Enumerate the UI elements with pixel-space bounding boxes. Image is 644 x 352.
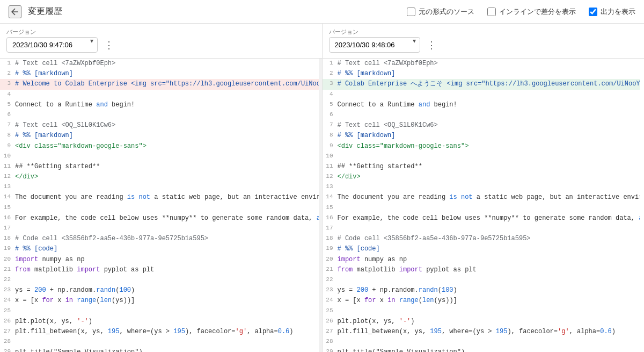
line-content [15, 152, 319, 162]
line-number: 21 [0, 265, 15, 275]
right-panel-header: バージョン 2023/10/30 9:48:06 ▾ ⋮ [323, 24, 645, 59]
line-number: 5 [323, 100, 338, 110]
line-content: Connect to a Runtime and begin! [338, 100, 640, 110]
line-number: 22 [323, 275, 338, 285]
line-number: 3 [0, 79, 15, 89]
line-content [338, 275, 640, 285]
code-line: 3# Welcome to Colab Enterprise <img src=… [0, 79, 319, 89]
line-content: # %% [markdown] [15, 131, 319, 141]
code-line: 20import numpy as np [323, 255, 640, 265]
line-number: 11 [323, 162, 338, 171]
line-number: 16 [323, 213, 338, 223]
line-number: 25 [0, 306, 15, 316]
code-line: 1# Text cell <7aZWXpbf0Eph> [0, 59, 319, 69]
line-number: 2 [323, 69, 338, 78]
line-number: 4 [323, 90, 338, 99]
code-line: 18# Code cell <35856bf2-aa5e-436b-977a-9… [0, 234, 319, 244]
line-content [15, 306, 319, 317]
line-number: 27 [0, 327, 15, 336]
line-number: 3 [323, 79, 338, 89]
left-version-label: バージョン [6, 28, 316, 36]
code-line: 14The document you are reading is not a … [323, 192, 640, 203]
code-line: 7# Text cell <OQ_SlL0K1Cw6> [0, 120, 319, 131]
line-number: 6 [0, 110, 15, 120]
source-checkbox-label[interactable]: 元の形式のソース [407, 7, 474, 17]
code-line: 16For example, the code cell below uses … [323, 213, 640, 224]
source-label: 元の形式のソース [419, 7, 474, 17]
code-line: 9<div class="markdown-google-sans"> [323, 141, 640, 152]
line-number: 13 [323, 182, 338, 192]
line-number: 6 [323, 110, 338, 120]
line-content: <div class="markdown-google-sans"> [338, 141, 640, 152]
right-version-select[interactable]: 2023/10/30 9:48:06 [329, 37, 420, 53]
line-content: # %% [code] [15, 244, 319, 254]
line-content: # %% [markdown] [15, 69, 319, 79]
left-panel-header: バージョン 2023/10/30 9:47:06 ▾ ⋮ [0, 24, 322, 59]
left-version-wrapper: 2023/10/30 9:47:06 ▾ ⋮ [6, 37, 316, 53]
line-content [338, 152, 640, 162]
line-content: Connect to a Runtime and begin! [15, 100, 319, 110]
line-content: x = [x for x in range(len(ys))] [15, 296, 319, 306]
left-code-area[interactable]: 1# Text cell <7aZWXpbf0Eph>2# %% [markdo… [0, 59, 319, 352]
right-more-button[interactable]: ⋮ [425, 38, 439, 52]
line-number: 23 [323, 285, 338, 295]
line-content: plt.title("Sample Visualization") [15, 347, 319, 352]
left-scrollbar [319, 59, 322, 352]
line-number: 14 [323, 192, 338, 202]
line-content: For example, the code cell below uses **… [15, 213, 319, 224]
code-line: 22 [323, 275, 640, 285]
back-button[interactable] [9, 5, 21, 18]
line-content: x = [x for x in range(len(ys))] [338, 296, 640, 306]
diff-container: バージョン 2023/10/30 9:47:06 ▾ ⋮ 1# Text cel… [0, 24, 644, 352]
line-number: 13 [0, 182, 15, 192]
code-line: 7# Text cell <OQ_SlL0K1Cw6> [323, 120, 640, 131]
header-controls: 元の形式のソース インラインで差分を表示 出力を表示 [407, 7, 635, 17]
right-panel: バージョン 2023/10/30 9:48:06 ▾ ⋮ 1# Text cel… [323, 24, 645, 352]
code-line: 12</div> [323, 172, 640, 182]
line-content: plt.fill_between(x, ys, 195, where=(ys >… [338, 327, 640, 337]
line-number: 14 [0, 192, 15, 202]
left-more-button[interactable]: ⋮ [102, 38, 116, 52]
right-diff-marker-area [640, 59, 644, 352]
line-content [15, 110, 319, 120]
line-number: 17 [323, 224, 338, 233]
code-line: 6 [323, 110, 640, 120]
code-line: 20import numpy as np [0, 255, 319, 265]
right-panel-scroll: 1# Text cell <7aZWXpbf0Eph>2# %% [markdo… [323, 59, 645, 352]
code-line: 9<div class="markdown-google-sans"> [0, 141, 319, 152]
line-content: plt.fill_between(x, ys, 195, where=(ys >… [15, 327, 319, 337]
line-content: # Welcome to Colab Enterprise <img src="… [15, 79, 319, 89]
code-line: 17 [0, 224, 319, 234]
inline-checkbox[interactable] [487, 8, 496, 16]
line-content [338, 224, 640, 234]
line-number: 7 [0, 120, 15, 130]
output-checkbox-label[interactable]: 出力を表示 [589, 7, 635, 17]
line-number: 12 [323, 172, 338, 182]
line-number: 2 [0, 69, 15, 78]
line-content [338, 110, 640, 120]
line-content: </div> [338, 172, 640, 182]
output-checkbox[interactable] [589, 8, 597, 16]
line-content [338, 203, 640, 213]
left-version-select[interactable]: 2023/10/30 9:47:06 [6, 37, 98, 53]
right-code-area[interactable]: 1# Text cell <7aZWXpbf0Eph>2# %% [markdo… [323, 59, 640, 352]
code-line: 3# Colab Enterprise へようこそ <img src="http… [323, 79, 640, 89]
code-line: 14The document you are reading is not a … [0, 192, 319, 203]
line-content [338, 182, 640, 192]
line-content: For example, the code cell below uses **… [338, 213, 640, 224]
code-line: 17 [323, 224, 640, 234]
line-number: 28 [323, 337, 338, 347]
line-content: plt.plot(x, ys, '-') [15, 317, 319, 327]
code-line: 21from matplotlib import pyplot as plt [0, 265, 319, 275]
code-line: 25 [0, 306, 319, 317]
inline-checkbox-label[interactable]: インラインで差分を表示 [487, 7, 576, 17]
line-number: 16 [0, 213, 15, 223]
line-number: 21 [323, 265, 338, 275]
line-content: ## **Getting started** [338, 162, 640, 172]
line-number: 9 [323, 141, 338, 151]
line-content: import numpy as np [15, 255, 319, 265]
code-line: 5Connect to a Runtime and begin! [0, 100, 319, 110]
line-number: 24 [323, 296, 338, 305]
line-number: 18 [323, 234, 338, 243]
source-checkbox[interactable] [407, 8, 415, 16]
